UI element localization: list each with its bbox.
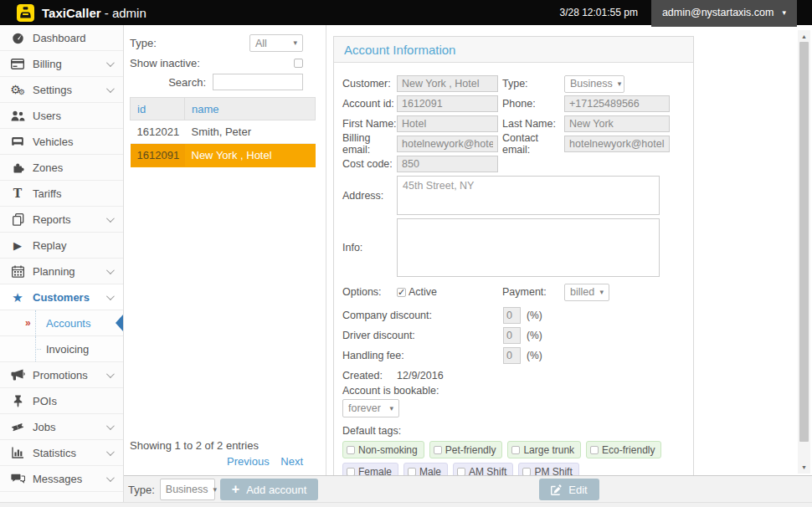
tag-pm-shift[interactable]: PM Shift bbox=[518, 463, 578, 475]
vehicles-icon bbox=[10, 136, 25, 147]
previous-page-link[interactable]: Previous bbox=[227, 455, 270, 468]
sidebar-item-dashboard[interactable]: Dashboard bbox=[0, 25, 123, 51]
next-page-link[interactable]: Next bbox=[280, 455, 303, 468]
sidebar-item-zones[interactable]: Zones bbox=[0, 155, 123, 181]
tag-pet-friendly[interactable]: Pet-friendly bbox=[429, 441, 503, 458]
column-header-name[interactable]: name bbox=[185, 98, 316, 120]
sidebar-item-label: Replay bbox=[33, 239, 66, 252]
sidebar-item-label: Promotions bbox=[33, 369, 88, 382]
tariffs-icon: T bbox=[10, 187, 25, 200]
add-type-select[interactable]: Business ▾ bbox=[160, 479, 215, 500]
active-checkbox[interactable] bbox=[397, 288, 406, 297]
sidebar-item-settings[interactable]: ⚙⚙Settings bbox=[0, 77, 123, 103]
tag-checkbox[interactable] bbox=[347, 468, 355, 476]
sidebar-item-reports[interactable]: Reports bbox=[0, 207, 123, 233]
tag-checkbox[interactable] bbox=[522, 468, 531, 476]
company-discount-label: Company discount: bbox=[342, 310, 503, 321]
panel-header: Account Information bbox=[334, 37, 693, 63]
show-inactive-checkbox[interactable] bbox=[294, 59, 303, 68]
table-row[interactable]: 1612021Smith, Peter bbox=[131, 120, 316, 144]
tag-eco-friendly[interactable]: Eco-friendly bbox=[586, 441, 661, 458]
sidebar-item-promotions[interactable]: Promotions bbox=[0, 362, 123, 388]
user-email: admin@nystartaxis.com bbox=[662, 7, 774, 18]
tag-checkbox[interactable] bbox=[347, 446, 355, 454]
account-type-value: Business bbox=[570, 78, 613, 90]
bookable-value: forever bbox=[348, 402, 381, 414]
accounts-table: idname 1612021Smith, Peter1612091New Yor… bbox=[130, 97, 316, 167]
sidebar-item-messages[interactable]: Messages bbox=[0, 466, 123, 492]
column-header-id[interactable]: id bbox=[131, 98, 185, 120]
account-type-select[interactable]: Business ▾ bbox=[564, 75, 624, 93]
sidebar-item-replay[interactable]: ▶Replay bbox=[0, 233, 123, 259]
cell-name: Smith, Peter bbox=[185, 120, 316, 144]
sidebar-item-label: Zones bbox=[33, 161, 63, 174]
tag-female[interactable]: Female bbox=[342, 463, 398, 475]
tag-non-smoking[interactable]: Non-smoking bbox=[342, 441, 424, 458]
tag-checkbox[interactable] bbox=[457, 468, 465, 476]
vertical-scrollbar[interactable]: ▲ ▼ bbox=[798, 30, 810, 474]
edit-pencil-icon bbox=[551, 484, 562, 495]
address-textarea[interactable]: 45th Street, NY bbox=[397, 176, 660, 215]
cell-id: 1612021 bbox=[131, 120, 185, 144]
contact-email-input bbox=[564, 136, 670, 152]
sub-item-tick-icon bbox=[35, 349, 41, 350]
sidebar-item-label: Customers bbox=[33, 291, 90, 304]
default-tags-label: Default tags: bbox=[342, 425, 685, 437]
sidebar-item-label: Billing bbox=[33, 58, 62, 70]
chevron-down-icon: ▾ bbox=[389, 405, 393, 412]
tag-large-trunk[interactable]: Large trunk bbox=[507, 441, 581, 458]
plus-icon: + bbox=[232, 483, 239, 496]
tag-checkbox[interactable] bbox=[511, 446, 520, 454]
sidebar-item-customers[interactable]: ★Customers bbox=[0, 284, 123, 310]
payment-select[interactable]: billed ▾ bbox=[564, 284, 609, 301]
table-row[interactable]: 1612091New York , Hotel bbox=[131, 144, 316, 167]
type-filter-row: Type: All ▾ bbox=[130, 34, 303, 52]
type-filter-select[interactable]: All ▾ bbox=[249, 34, 303, 52]
sidebar-item-billing[interactable]: Billing bbox=[0, 51, 123, 77]
sidebar-item-label: Invoicing bbox=[46, 343, 89, 356]
sidebar-item-statistics[interactable]: Statistics bbox=[0, 440, 123, 466]
tag-checkbox[interactable] bbox=[590, 446, 599, 454]
chevron-down-icon: ▾ bbox=[213, 486, 218, 494]
statistics-icon bbox=[10, 447, 25, 458]
handling-fee-row: Handling fee: (%) bbox=[342, 346, 685, 366]
tag-checkbox[interactable] bbox=[408, 468, 416, 476]
tag-male[interactable]: Male bbox=[403, 463, 448, 475]
add-account-controls: Type: Business ▾ + Add account bbox=[124, 479, 326, 500]
tag-am-shift[interactable]: AM Shift bbox=[453, 463, 513, 475]
cost-code-input bbox=[397, 156, 498, 172]
edit-button[interactable]: Edit bbox=[539, 479, 599, 500]
tag-checkbox[interactable] bbox=[434, 446, 442, 454]
sidebar-item-users[interactable]: Users bbox=[0, 103, 123, 129]
user-menu[interactable]: admin@nystartaxis.com ▾ bbox=[651, 0, 797, 27]
brand-name: TaxiCaller bbox=[42, 6, 101, 20]
billing-icon bbox=[10, 59, 25, 69]
sidebar-item-jobs[interactable]: Jobs bbox=[0, 414, 123, 440]
search-input[interactable] bbox=[213, 74, 303, 90]
add-account-button-label: Add account bbox=[246, 484, 306, 496]
taxicaller-logo-icon bbox=[17, 4, 34, 22]
accountid-phone-row: Account id: Phone: bbox=[342, 95, 685, 112]
sidebar-item-vehicles[interactable]: Vehicles bbox=[0, 129, 123, 155]
scrollbar-thumb[interactable] bbox=[799, 42, 809, 442]
cell-id: 1612091 bbox=[131, 144, 185, 167]
info-textarea[interactable] bbox=[397, 218, 660, 277]
chevron-down-icon: ▾ bbox=[618, 80, 622, 88]
scroll-down-arrow-icon[interactable]: ▼ bbox=[798, 463, 810, 472]
sidebar-item-pois[interactable]: POIs bbox=[0, 388, 123, 414]
sidebar-item-tariffs[interactable]: TTariffs bbox=[0, 181, 123, 207]
bookable-select[interactable]: forever ▾ bbox=[342, 399, 399, 417]
sidebar-item-planning[interactable]: Planning bbox=[0, 259, 123, 284]
payment-value: billed bbox=[570, 286, 594, 298]
scroll-up-arrow-icon[interactable]: ▲ bbox=[798, 32, 810, 41]
show-inactive-label: Show inactive: bbox=[130, 57, 200, 69]
sidebar-item-accounts[interactable]: »Accounts bbox=[0, 310, 123, 336]
horizontal-scrollbar-track[interactable] bbox=[0, 502, 812, 507]
created-label: Created: bbox=[342, 370, 397, 382]
sidebar-item-invoicing[interactable]: Invoicing bbox=[0, 336, 123, 362]
sidebar-item-label: Messages bbox=[33, 473, 82, 485]
panel-title: Account Information bbox=[344, 43, 455, 57]
add-account-button[interactable]: + Add account bbox=[220, 479, 319, 500]
sidebar-item-label: Vehicles bbox=[33, 136, 73, 148]
last-name-label: Last Name: bbox=[502, 118, 564, 130]
